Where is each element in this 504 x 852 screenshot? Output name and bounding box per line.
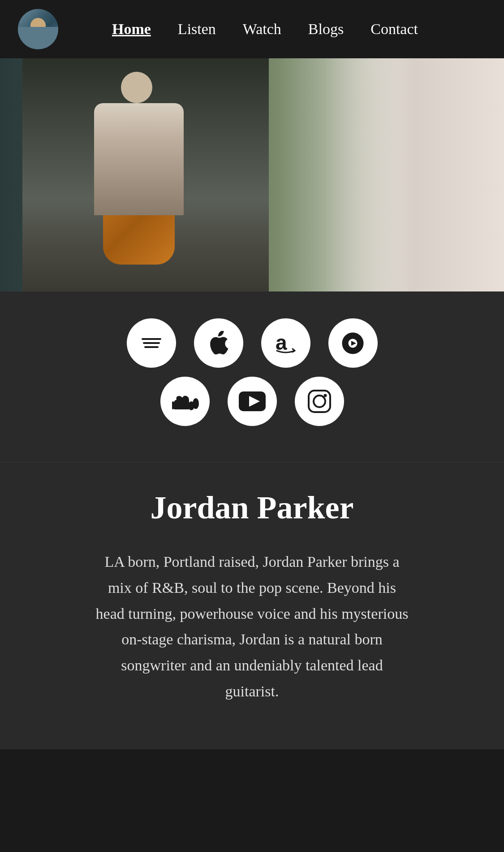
hero-guitarist-figure xyxy=(22,58,269,291)
nav-link-contact[interactable]: Contact xyxy=(370,21,418,37)
hero-fade-overlay xyxy=(325,58,504,291)
bio-name: Jordan Parker xyxy=(36,489,468,526)
soundcloud-icon xyxy=(171,392,199,410)
instagram-button[interactable] xyxy=(295,377,344,426)
nav-links: Home Listen Watch Blogs Contact xyxy=(112,21,418,38)
nav-link-listen[interactable]: Listen xyxy=(178,21,216,37)
nav-item-watch[interactable]: Watch xyxy=(243,21,281,38)
navbar: Home Listen Watch Blogs Contact xyxy=(0,0,504,58)
hero-guitar xyxy=(103,175,175,265)
nav-item-home[interactable]: Home xyxy=(112,21,151,38)
hero-image xyxy=(0,58,504,291)
nav-link-home[interactable]: Home xyxy=(112,21,151,37)
instagram-icon xyxy=(308,390,331,413)
nav-link-watch[interactable]: Watch xyxy=(243,21,281,37)
svg-point-11 xyxy=(323,394,327,397)
social-row-2 xyxy=(160,377,344,426)
amazon-icon: a xyxy=(273,331,298,356)
nav-link-blogs[interactable]: Blogs xyxy=(308,21,344,37)
svg-point-5 xyxy=(188,401,194,410)
social-row-1: a xyxy=(127,318,378,368)
social-links-section: a xyxy=(0,291,504,462)
svg-rect-9 xyxy=(309,391,330,412)
soundcloud-button[interactable] xyxy=(160,377,210,426)
bio-section: Jordan Parker LA born, Portland raised, … xyxy=(0,462,504,749)
youtube-music-button[interactable] xyxy=(328,318,378,368)
svg-point-10 xyxy=(314,396,325,407)
spotify-icon xyxy=(142,338,161,348)
avatar[interactable] xyxy=(18,9,58,49)
nav-item-blogs[interactable]: Blogs xyxy=(308,21,344,38)
svg-rect-6 xyxy=(172,401,174,409)
nav-item-contact[interactable]: Contact xyxy=(370,21,418,38)
youtube-music-icon xyxy=(340,331,365,356)
apple-music-button[interactable] xyxy=(194,318,243,368)
spotify-button[interactable] xyxy=(127,318,176,368)
amazon-music-button[interactable]: a xyxy=(261,318,310,368)
apple-icon xyxy=(206,331,231,356)
nav-item-listen[interactable]: Listen xyxy=(178,21,216,38)
youtube-icon xyxy=(239,391,266,411)
youtube-button[interactable] xyxy=(228,377,277,426)
bio-description: LA born, Portland raised, Jordan Parker … xyxy=(95,549,409,704)
